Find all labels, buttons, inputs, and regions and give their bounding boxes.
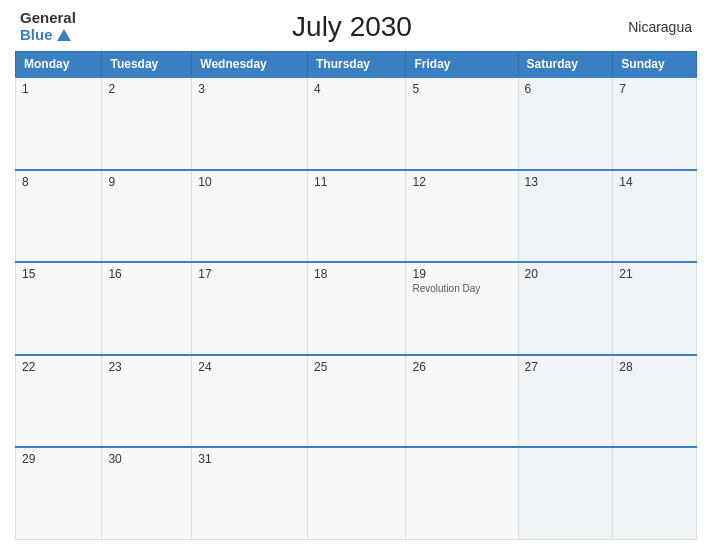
calendar-day-cell: 2 [102,77,192,170]
calendar-day-cell: 7 [613,77,697,170]
day-number: 31 [198,452,301,466]
day-number: 14 [619,175,690,189]
col-wednesday: Wednesday [192,52,308,78]
calendar-day-cell: 15 [16,262,102,355]
day-number: 12 [412,175,511,189]
day-number: 6 [525,82,607,96]
calendar-week-row: 1234567 [16,77,697,170]
day-number: 24 [198,360,301,374]
calendar-day-cell: 14 [613,170,697,263]
calendar-day-cell: 4 [308,77,406,170]
day-number: 20 [525,267,607,281]
calendar-day-cell [613,447,697,540]
calendar-body: 12345678910111213141516171819Revolution … [16,77,697,540]
day-number: 18 [314,267,399,281]
col-sunday: Sunday [613,52,697,78]
logo: General Blue [20,10,76,43]
col-friday: Friday [406,52,518,78]
col-saturday: Saturday [518,52,613,78]
day-number: 9 [108,175,185,189]
day-number: 7 [619,82,690,96]
day-number: 21 [619,267,690,281]
calendar-week-row: 891011121314 [16,170,697,263]
calendar-day-cell: 9 [102,170,192,263]
day-number: 30 [108,452,185,466]
calendar-day-cell: 18 [308,262,406,355]
day-number: 10 [198,175,301,189]
day-number: 19 [412,267,511,281]
calendar-day-cell: 28 [613,355,697,448]
day-number: 25 [314,360,399,374]
calendar-day-cell: 17 [192,262,308,355]
calendar-day-cell: 10 [192,170,308,263]
day-number: 13 [525,175,607,189]
calendar-title: July 2030 [292,11,412,43]
calendar-day-cell: 24 [192,355,308,448]
logo-blue-text: Blue [20,27,71,44]
calendar-day-cell: 12 [406,170,518,263]
calendar-day-cell: 19Revolution Day [406,262,518,355]
calendar-day-cell: 21 [613,262,697,355]
day-number: 8 [22,175,95,189]
day-number: 11 [314,175,399,189]
day-number: 15 [22,267,95,281]
day-number: 1 [22,82,95,96]
holiday-label: Revolution Day [412,283,511,294]
day-number: 3 [198,82,301,96]
calendar-day-cell [308,447,406,540]
calendar-week-row: 22232425262728 [16,355,697,448]
logo-triangle-icon [57,29,71,41]
calendar-table: Monday Tuesday Wednesday Thursday Friday… [15,51,697,540]
day-number: 22 [22,360,95,374]
day-number: 2 [108,82,185,96]
calendar-day-cell: 23 [102,355,192,448]
calendar-day-cell: 5 [406,77,518,170]
calendar-header: Monday Tuesday Wednesday Thursday Friday… [16,52,697,78]
calendar-day-cell [406,447,518,540]
day-number: 5 [412,82,511,96]
col-tuesday: Tuesday [102,52,192,78]
day-number: 23 [108,360,185,374]
calendar-day-cell: 31 [192,447,308,540]
calendar-day-cell: 27 [518,355,613,448]
calendar-day-cell: 3 [192,77,308,170]
days-of-week-row: Monday Tuesday Wednesday Thursday Friday… [16,52,697,78]
calendar-day-cell: 29 [16,447,102,540]
calendar-day-cell: 25 [308,355,406,448]
col-monday: Monday [16,52,102,78]
day-number: 27 [525,360,607,374]
calendar-day-cell [518,447,613,540]
logo-general-text: General [20,10,76,27]
day-number: 28 [619,360,690,374]
calendar-day-cell: 1 [16,77,102,170]
calendar-day-cell: 8 [16,170,102,263]
calendar-day-cell: 16 [102,262,192,355]
calendar-day-cell: 30 [102,447,192,540]
day-number: 17 [198,267,301,281]
calendar-week-row: 1516171819Revolution Day2021 [16,262,697,355]
calendar-week-row: 293031 [16,447,697,540]
country-label: Nicaragua [628,19,692,35]
calendar-day-cell: 6 [518,77,613,170]
calendar-day-cell: 22 [16,355,102,448]
day-number: 26 [412,360,511,374]
calendar-day-cell: 26 [406,355,518,448]
calendar-day-cell: 11 [308,170,406,263]
calendar-day-cell: 13 [518,170,613,263]
page-header: General Blue July 2030 Nicaragua [15,10,697,43]
calendar-day-cell: 20 [518,262,613,355]
col-thursday: Thursday [308,52,406,78]
day-number: 16 [108,267,185,281]
day-number: 29 [22,452,95,466]
day-number: 4 [314,82,399,96]
